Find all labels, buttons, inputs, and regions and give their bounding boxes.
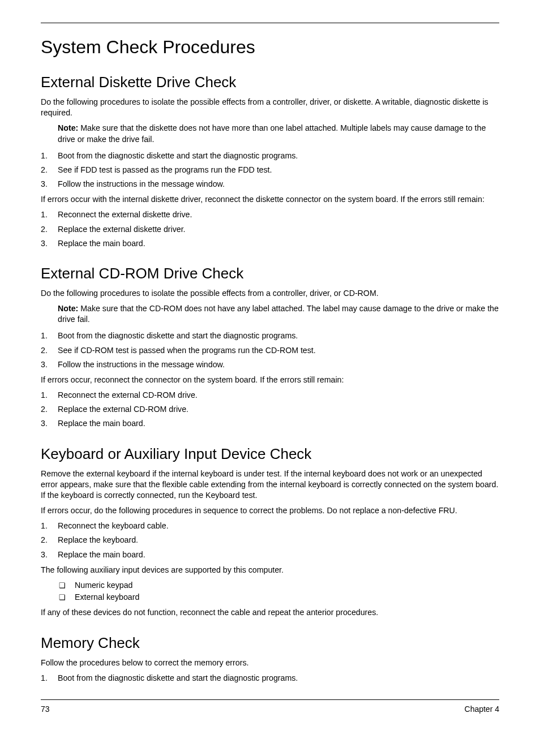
note-label: Note: [58,123,78,132]
list-item: Replace the external diskette driver. [41,224,499,235]
list-item: Replace the main board. [41,418,499,429]
list-item: Replace the main board. [41,238,499,249]
note-text: Note: Make sure that the CD-ROM does not… [58,303,499,325]
note-body: Make sure that the diskette does not hav… [58,123,486,143]
memory-intro: Follow the procedures below to correct t… [41,658,499,668]
page-footer: 73 Chapter 4 [41,699,499,714]
chapter-label: Chapter 4 [465,705,499,714]
diskette-steps-2: Reconnect the external diskette drive. R… [41,209,499,249]
diskette-note: Note: Make sure that the diskette does n… [41,123,499,144]
note-body: Make sure that the CD-ROM does not have … [58,304,499,324]
diskette-mid: If errors occur with the internal disket… [41,194,499,205]
top-rule [41,23,499,23]
keyboard-mid: The following auxiliary input devices ar… [41,565,499,575]
diskette-steps-1: Boot from the diagnostic diskette and st… [41,151,499,190]
section-heading-memory: Memory Check [41,634,499,652]
memory-steps-1: Boot from the diagnostic diskette and st… [41,673,499,684]
list-item: Boot from the diagnostic diskette and st… [41,673,499,684]
list-item: Reconnect the keyboard cable. [41,521,499,531]
list-item: External keyboard [41,592,499,603]
note-label: Note: [58,304,78,313]
cdrom-mid: If errors occur, reconnect the connector… [41,375,499,385]
list-item: See if FDD test is passed as the program… [41,165,499,175]
list-item: Follow the instructions in the message w… [41,359,499,370]
cdrom-steps-2: Reconnect the external CD-ROM drive. Rep… [41,390,499,429]
list-item: See if CD-ROM test is passed when the pr… [41,345,499,356]
keyboard-intro2: If errors occur, do the following proced… [41,505,499,516]
list-item: Replace the main board. [41,549,499,560]
keyboard-intro1: Remove the external keyboard if the inte… [41,469,499,501]
section-heading-keyboard: Keyboard or Auxiliary Input Device Check [41,445,499,463]
list-item: Numeric keypad [41,580,499,591]
cdrom-note: Note: Make sure that the CD-ROM does not… [41,303,499,325]
list-item: Replace the keyboard. [41,535,499,545]
list-item: Replace the external CD-ROM drive. [41,404,499,415]
list-item: Boot from the diagnostic diskette and st… [41,151,499,161]
keyboard-steps-1: Reconnect the keyboard cable. Replace th… [41,521,499,560]
section-heading-diskette: External Diskette Drive Check [41,74,499,91]
list-item: Follow the instructions in the message w… [41,179,499,190]
page-title: System Check Procedures [41,37,499,58]
cdrom-steps-1: Boot from the diagnostic diskette and st… [41,330,499,370]
section-heading-cdrom: External CD-ROM Drive Check [41,265,499,282]
list-item: Reconnect the external CD-ROM drive. [41,390,499,401]
keyboard-bullets: Numeric keypad External keyboard [41,580,499,603]
cdrom-intro: Do the following procedures to isolate t… [41,288,499,299]
keyboard-outro: If any of these devices do not function,… [41,607,499,618]
list-item: Boot from the diagnostic diskette and st… [41,330,499,341]
list-item: Reconnect the external diskette drive. [41,209,499,220]
diskette-intro: Do the following procedures to isolate t… [41,97,499,118]
note-text: Note: Make sure that the diskette does n… [58,123,499,144]
page-number: 73 [41,705,50,714]
